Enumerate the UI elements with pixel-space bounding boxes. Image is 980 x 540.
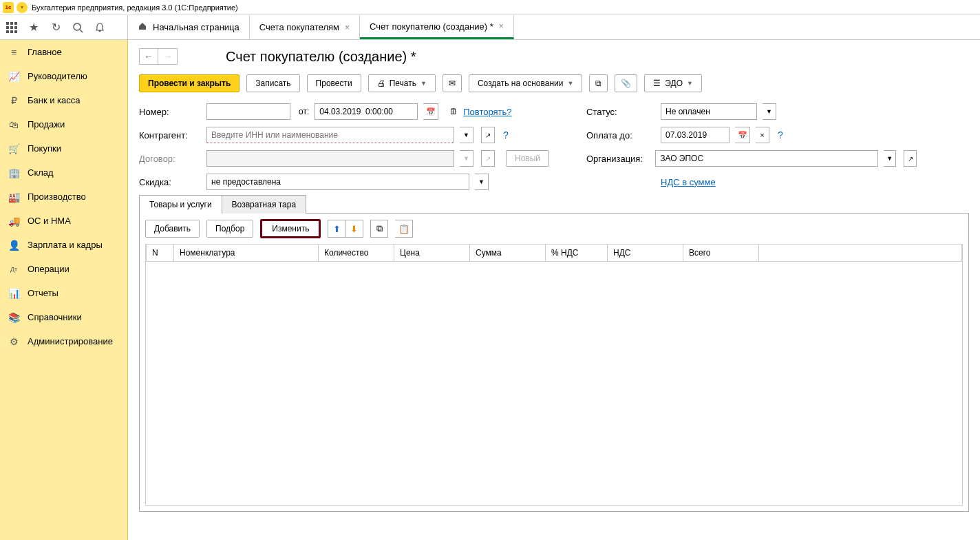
number-field[interactable]: [206, 103, 290, 120]
command-bar: Провести и закрыть Записать Провести 🖨 П…: [139, 74, 969, 92]
discount-dropdown[interactable]: ▼: [475, 174, 489, 190]
post-and-close-button[interactable]: Провести и закрыть: [139, 74, 239, 92]
nav-row: ← → Счет покупателю (создание) *: [139, 48, 969, 65]
sidebar-item-label: Покупки: [28, 143, 61, 154]
top-iconbar: ★ ↻: [0, 15, 128, 39]
org-dropdown[interactable]: ▼: [884, 150, 897, 167]
tab-invoices[interactable]: Счета покупателям ×: [250, 15, 360, 39]
paste-button[interactable]: 📋: [395, 220, 413, 238]
add-row-button[interactable]: Добавить: [145, 220, 200, 238]
print-button[interactable]: 🖨 Печать ▼: [368, 74, 436, 92]
section-tabs: Товары и услуги Возвратная тара: [139, 194, 969, 214]
sidebar-item-assets[interactable]: 🚚ОС и НМА: [0, 209, 127, 233]
sidebar-item-operations[interactable]: ДтОперации: [0, 257, 127, 281]
col-qty[interactable]: Количество: [319, 245, 394, 262]
sidebar-item-purchases[interactable]: 🛒Покупки: [0, 136, 127, 160]
page-title: Счет покупателю (создание) *: [226, 49, 416, 65]
repeat-icon[interactable]: 🗓: [449, 107, 458, 116]
discount-label: Скидка:: [139, 177, 201, 187]
sidebar-item-production[interactable]: 🏭Производство: [0, 185, 127, 209]
sectab-returnable[interactable]: Возвратная тара: [222, 195, 307, 214]
counterparty-dropdown[interactable]: ▼: [460, 127, 473, 143]
org-field[interactable]: [655, 150, 878, 167]
copy-button[interactable]: ⧉: [370, 220, 388, 238]
svg-line-1: [80, 30, 83, 32]
edo-button[interactable]: ☰ ЭДО ▼: [644, 74, 702, 92]
tab-home[interactable]: Начальная страница: [128, 15, 250, 39]
col-vat[interactable]: НДС: [608, 245, 683, 262]
col-price[interactable]: Цена: [394, 245, 470, 262]
col-total[interactable]: Всего: [683, 245, 759, 262]
sidebar-item-label: Склад: [28, 167, 54, 178]
tab-label: Счет покупателю (создание) *: [370, 21, 493, 32]
structure-button[interactable]: ⧉: [589, 74, 608, 92]
table-header-row: N Номенклатура Количество Цена Сумма % Н…: [147, 245, 962, 262]
from-label: от:: [299, 107, 309, 116]
table-wrap[interactable]: N Номенклатура Количество Цена Сумма % Н…: [145, 244, 963, 506]
tab-invoice-create[interactable]: Счет покупателю (создание) * ×: [360, 15, 514, 39]
attachments-button[interactable]: 📎: [615, 74, 637, 92]
date-field[interactable]: [315, 103, 418, 120]
ledger-icon: Дт: [8, 264, 19, 275]
sidebar-item-sales[interactable]: 🛍Продажи: [0, 112, 127, 136]
status-field[interactable]: [661, 103, 757, 120]
pay-until-label: Оплата до:: [586, 130, 655, 141]
calendar-icon[interactable]: 📅: [735, 127, 750, 143]
org-label: Организация:: [586, 154, 650, 164]
favorites-star-icon[interactable]: ★: [28, 21, 40, 34]
notifications-bell-icon[interactable]: [94, 21, 106, 34]
bag-icon: 🛍: [8, 119, 19, 130]
close-icon[interactable]: ×: [345, 23, 350, 32]
sidebar-item-warehouse[interactable]: 🏢Склад: [0, 160, 127, 185]
col-sum[interactable]: Сумма: [470, 245, 546, 262]
apps-grid-icon[interactable]: [6, 21, 18, 34]
org-open-button[interactable]: ↗: [904, 150, 917, 167]
sidebar-item-main[interactable]: ≡Главное: [0, 40, 127, 64]
app-dropdown-icon[interactable]: ▾: [17, 2, 28, 13]
sidebar-item-admin[interactable]: ⚙Администрирование: [0, 329, 127, 353]
pick-button[interactable]: Подбор: [206, 220, 253, 238]
contract-open-button: ↗: [481, 150, 495, 167]
window-titlebar: 1c ▾ Бухгалтерия предприятия, редакция 3…: [0, 0, 980, 15]
print-label: Печать: [390, 79, 416, 88]
counterparty-field[interactable]: [206, 127, 454, 143]
sectab-goods[interactable]: Товары и услуги: [139, 195, 222, 214]
sidebar-nav: ≡Главное 📈Руководителю ₽Банк и касса 🛍Пр…: [0, 40, 128, 540]
vat-mode-link[interactable]: НДС в сумме: [661, 177, 716, 187]
new-contract-button[interactable]: Новый: [506, 150, 549, 167]
pay-until-field[interactable]: [661, 127, 729, 143]
sidebar-item-manager[interactable]: 📈Руководителю: [0, 64, 127, 88]
col-vat-pct[interactable]: % НДС: [546, 245, 608, 262]
change-button[interactable]: Изменить: [260, 219, 321, 238]
repeat-link[interactable]: Повторять?: [463, 107, 511, 117]
help-icon[interactable]: ?: [503, 129, 509, 141]
sidebar-item-reports[interactable]: 📊Отчеты: [0, 281, 127, 305]
nav-back-button[interactable]: ←: [139, 48, 158, 65]
save-button[interactable]: Записать: [246, 74, 299, 92]
move-up-button[interactable]: ⬆: [328, 220, 345, 238]
col-n[interactable]: N: [147, 245, 174, 262]
calendar-icon[interactable]: 📅: [423, 103, 438, 120]
discount-field[interactable]: [206, 174, 469, 190]
top-toolbar: ★ ↻ Начальная страница Счета покупателям…: [0, 15, 980, 40]
close-icon[interactable]: ×: [499, 21, 504, 31]
create-based-on-button[interactable]: Создать на основании ▼: [469, 74, 582, 92]
sidebar-item-bank[interactable]: ₽Банк и касса: [0, 88, 127, 112]
post-button[interactable]: Провести: [307, 74, 361, 92]
open-tabs: Начальная страница Счета покупателям × С…: [128, 15, 980, 39]
counterparty-open-button[interactable]: ↗: [481, 127, 495, 143]
sidebar-item-label: Главное: [28, 47, 62, 57]
clear-date-button[interactable]: ×: [756, 127, 769, 143]
status-dropdown[interactable]: ▼: [763, 103, 776, 120]
move-down-button[interactable]: ⬇: [345, 220, 363, 238]
sidebar-item-hr[interactable]: 👤Зарплата и кадры: [0, 233, 127, 257]
sidebar-item-catalogs[interactable]: 📚Справочники: [0, 305, 127, 329]
sidebar-item-label: Производство: [28, 191, 86, 202]
col-nomenclature[interactable]: Номенклатура: [174, 245, 319, 262]
help-icon[interactable]: ?: [778, 129, 783, 141]
email-button[interactable]: ✉: [443, 74, 462, 92]
history-icon[interactable]: ↻: [50, 21, 62, 34]
search-icon[interactable]: [72, 21, 84, 34]
nav-forward-button[interactable]: →: [158, 48, 178, 65]
row-toolbar: Добавить Подбор Изменить ⬆ ⬇ ⧉ 📋: [145, 219, 963, 238]
